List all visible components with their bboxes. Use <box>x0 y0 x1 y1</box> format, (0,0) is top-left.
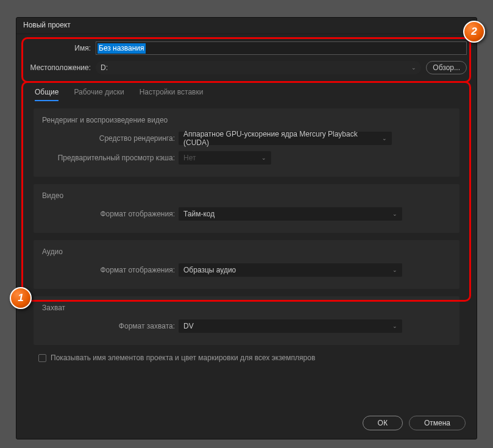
cache-dropdown: Нет ⌄ <box>179 151 271 165</box>
renderer-label: Средство рендеринга: <box>42 134 179 143</box>
name-input[interactable]: Без названия <box>96 41 467 55</box>
section-capture-title: Захват <box>42 304 451 312</box>
capture-format-dropdown[interactable]: DV ⌄ <box>179 319 402 333</box>
cache-row: Предварительный просмотр кэша: Нет ⌄ <box>42 151 451 165</box>
annotation-callout-1: 1 <box>10 287 32 309</box>
section-audio-title: Аудио <box>42 247 451 256</box>
capture-format-row: Формат захвата: DV ⌄ <box>42 319 451 333</box>
section-video: Видео Формат отображения: Тайм-код ⌄ <box>34 184 459 233</box>
chevron-down-icon: ⌄ <box>392 323 397 329</box>
section-rendering-title: Рендеринг и воспроизведение видео <box>42 116 451 124</box>
tab-scratch-disks[interactable]: Рабочие диски <box>74 88 124 101</box>
chevron-down-icon: ⌄ <box>261 155 266 161</box>
audio-format-value: Образцы аудио <box>183 266 236 274</box>
location-row: Местоположение: D: ⌄ Обзор... <box>26 61 467 74</box>
tabs: Общие Рабочие диски Настройки вставки <box>26 80 467 101</box>
chevron-down-icon: ⌄ <box>411 65 416 71</box>
video-format-label: Формат отображения: <box>42 210 179 218</box>
checkbox-label: Показывать имя элементов проекта и цвет … <box>51 354 315 362</box>
video-format-value: Тайм-код <box>183 210 215 218</box>
cancel-button[interactable]: Отмена <box>409 416 466 430</box>
renderer-value: Аппаратное GPU-ускорение ядра Mercury Pl… <box>183 130 382 147</box>
cache-label: Предварительный просмотр кэша: <box>42 154 179 162</box>
capture-format-value: DV <box>183 322 194 330</box>
renderer-row: Средство рендеринга: Аппаратное GPU-уско… <box>42 132 451 145</box>
window-title: Новый проект <box>23 21 71 29</box>
video-format-row: Формат отображения: Тайм-код ⌄ <box>42 207 451 221</box>
location-value: D: <box>101 63 108 72</box>
chevron-down-icon: ⌄ <box>392 211 397 217</box>
name-label: Имя: <box>26 44 96 52</box>
section-rendering: Рендеринг и воспроизведение видео Средст… <box>34 108 459 177</box>
browse-button[interactable]: Обзор... <box>426 61 467 74</box>
ok-button[interactable]: ОК <box>363 416 403 430</box>
video-format-dropdown[interactable]: Тайм-код ⌄ <box>179 207 402 221</box>
callout-number: 2 <box>471 26 477 38</box>
location-select[interactable]: D: ⌄ <box>96 61 421 74</box>
name-input-selection: Без названия <box>98 43 146 54</box>
tab-general[interactable]: Общие <box>35 88 59 101</box>
new-project-dialog: Новый проект Имя: Без названия Местополо… <box>16 17 477 439</box>
show-names-checkbox[interactable] <box>38 354 46 362</box>
location-label: Местоположение: <box>26 63 96 72</box>
annotation-callout-2: 2 <box>463 21 485 43</box>
dialog-footer: ОК Отмена <box>363 416 466 430</box>
checkbox-row: Показывать имя элементов проекта и цвет … <box>26 345 467 371</box>
cache-value: Нет <box>183 154 196 162</box>
audio-format-dropdown[interactable]: Образцы аудио ⌄ <box>179 263 402 277</box>
audio-format-row: Формат отображения: Образцы аудио ⌄ <box>42 263 451 277</box>
section-audio: Аудио Формат отображения: Образцы аудио … <box>34 240 459 289</box>
tab-ingest-settings[interactable]: Настройки вставки <box>140 88 204 101</box>
section-capture: Захват Формат захвата: DV ⌄ <box>34 296 459 345</box>
dialog-content: Имя: Без названия Местоположение: D: ⌄ О… <box>16 34 477 378</box>
callout-number: 1 <box>18 292 23 304</box>
section-video-title: Видео <box>42 191 451 200</box>
capture-format-label: Формат захвата: <box>42 322 179 330</box>
titlebar: Новый проект <box>16 18 477 34</box>
renderer-dropdown[interactable]: Аппаратное GPU-ускорение ядра Mercury Pl… <box>179 132 392 145</box>
chevron-down-icon: ⌄ <box>392 267 397 273</box>
name-row: Имя: Без названия <box>26 41 467 55</box>
chevron-down-icon: ⌄ <box>382 135 387 141</box>
audio-format-label: Формат отображения: <box>42 266 179 274</box>
